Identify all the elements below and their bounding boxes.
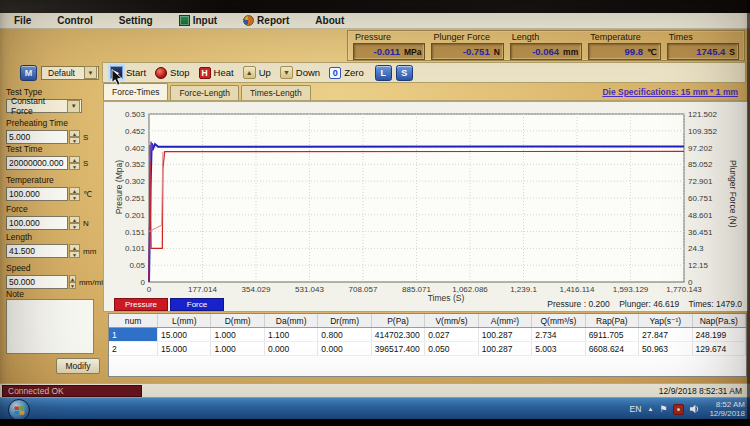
table-row[interactable]: 115.0001.0001.1000.800414702.3000.027100… [109,328,746,342]
table-header[interactable]: Rap(Pa) [585,314,638,328]
spinner-up-icon[interactable]: ▲ [69,187,80,194]
start-menu-button[interactable] [8,399,30,421]
table-cell[interactable]: 100.287 [478,328,531,342]
stop-button[interactable]: Stop [155,67,190,79]
menu-input[interactable]: Input [179,15,217,26]
spinner-down-icon[interactable]: ▼ [69,251,80,258]
s-button[interactable]: S [396,65,413,81]
table-header[interactable]: Q(mm³/s) [532,314,585,328]
table-cell[interactable]: 1.000 [211,342,264,356]
table-cell[interactable]: 1.100 [264,328,317,342]
spinner-up-icon[interactable]: ▲ [69,130,80,137]
table-cell[interactable]: 6911.705 [585,328,638,342]
table-header[interactable]: P(Pa) [371,314,424,328]
table-cell[interactable]: 0.050 [425,342,478,356]
menu-control[interactable]: Control [57,15,93,26]
table-header[interactable]: V(mm/s) [425,314,478,328]
readout-times-label: Times [669,32,739,42]
temperature-field: Temperature ▲▼ ℃ [6,175,103,201]
table-cell[interactable]: 414702.300 [371,328,424,342]
length-spinner[interactable]: ▲▼ [69,244,80,258]
die-specifications-link[interactable]: Die Specifications: 15 mm * 1 mm [602,87,738,97]
temperature-input[interactable] [6,187,68,201]
table-cell[interactable]: 2.734 [532,328,585,342]
language-indicator[interactable]: EN [630,404,642,414]
tab-times-length[interactable]: Times-Length [241,85,311,100]
table-cell[interactable]: 100.287 [478,342,531,356]
spinner-down-icon[interactable]: ▼ [69,137,80,144]
table-header[interactable]: L(mm) [158,314,211,328]
legend-force-button[interactable]: Force [170,298,224,311]
speed-input[interactable] [6,275,68,289]
modify-button[interactable]: Modify [56,358,100,374]
table-cell[interactable]: 27.847 [639,328,692,342]
up-button[interactable]: ▲ Up [243,66,271,79]
table-header[interactable]: Yap(s⁻¹) [639,314,692,328]
table-cell[interactable]: 6608.624 [585,342,638,356]
table-cell[interactable]: 0.800 [318,328,371,342]
menu-report[interactable]: Report [243,15,289,26]
clock[interactable]: 8:52 AM 12/9/2018 [709,400,745,418]
preheating-time-input[interactable] [6,130,68,144]
note-textarea[interactable] [6,299,94,354]
table-cell[interactable]: 1 [109,328,158,342]
force-input[interactable] [6,216,68,230]
length-input[interactable] [6,244,68,258]
y-axis-right-tick: 97.202 [688,144,736,153]
legend-pressure-button[interactable]: Pressure [114,298,168,311]
preheating-time-spinner[interactable]: ▲▼ [69,130,80,144]
table-cell[interactable]: 1.000 [211,328,264,342]
table-cell[interactable]: 15.000 [158,342,211,356]
zero-button[interactable]: 0 Zero [329,67,364,79]
table-cell[interactable]: 0.000 [318,342,371,356]
spinner-up-icon[interactable]: ▲ [69,216,80,223]
speed-spinner[interactable]: ▲▼ [69,275,76,289]
menu-about[interactable]: About [315,15,344,26]
test-type-select[interactable]: Constant Force ▼ [6,99,82,113]
volume-icon[interactable] [690,404,701,414]
spinner-up-icon[interactable]: ▲ [69,244,80,251]
spinner-down-icon[interactable]: ▼ [69,163,80,170]
menu-file[interactable]: File [14,15,31,26]
arrow-down-icon: ▼ [280,66,293,79]
tray-app-icon[interactable] [673,404,684,415]
table-header[interactable]: Da(mm) [264,314,317,328]
y-axis-left-tick: 0.251 [104,194,145,203]
spinner-down-icon[interactable]: ▼ [69,194,80,201]
x-axis-tick: 531.043 [284,285,336,294]
tab-force-length[interactable]: Force-Length [170,85,239,100]
down-label: Down [296,67,320,78]
test-time-spinner[interactable]: ▲▼ [69,156,80,170]
x-axis-tick: 1,593.129 [605,285,657,294]
down-button[interactable]: ▼ Down [280,66,320,79]
table-header[interactable]: A(mm²) [478,314,531,328]
hidden-icons-chevron[interactable]: ▲ [647,406,653,412]
table-cell[interactable]: 15.000 [158,328,211,342]
table-header[interactable]: D(mm) [211,314,264,328]
table-cell[interactable]: 0.000 [264,342,317,356]
test-time-input[interactable] [6,156,68,170]
spinner-down-icon[interactable]: ▼ [69,223,80,230]
temperature-spinner[interactable]: ▲▼ [69,187,80,201]
force-spinner[interactable]: ▲▼ [69,216,80,230]
menu-setting[interactable]: Setting [119,15,153,26]
table-cell[interactable]: 396517.400 [371,342,424,356]
table-cell[interactable]: 129.674 [692,342,745,356]
table-cell[interactable]: 2 [109,342,158,356]
l-button[interactable]: L [375,65,392,81]
table-cell[interactable]: 248.199 [692,328,745,342]
action-center-flag-icon[interactable]: ⚑ [659,405,667,414]
heat-button[interactable]: H Heat [199,67,234,79]
table-header[interactable]: num [109,314,158,328]
spinner-down-icon[interactable]: ▼ [69,282,76,289]
table-cell[interactable]: 5.003 [532,342,585,356]
table-cell[interactable]: 50.963 [639,342,692,356]
spinner-up-icon[interactable]: ▲ [69,275,76,282]
table-header[interactable]: Dr(mm) [318,314,371,328]
y-axis-left-tick: 0.302 [104,177,145,186]
spinner-up-icon[interactable]: ▲ [69,156,80,163]
table-row[interactable]: 215.0001.0000.0000.000396517.4000.050100… [109,342,746,356]
chevron-down-icon[interactable]: ▼ [67,100,80,113]
table-header[interactable]: Nap(Pa.s) [692,314,745,328]
table-cell[interactable]: 0.027 [425,328,478,342]
